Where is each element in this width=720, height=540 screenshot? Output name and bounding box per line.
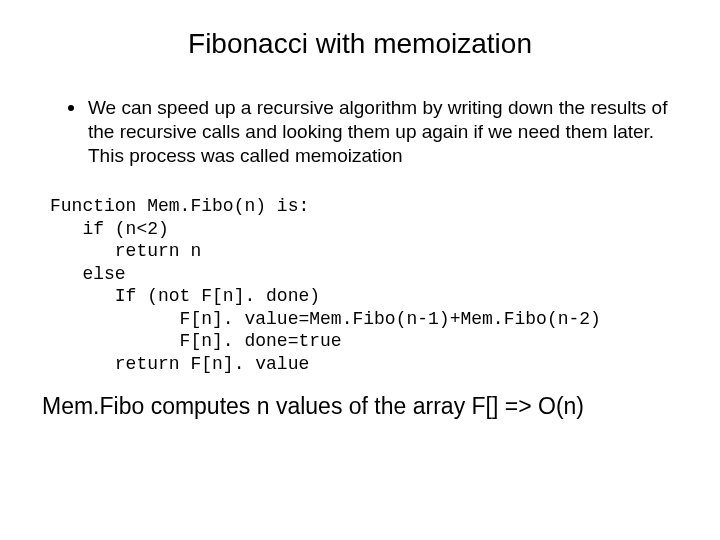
bullet-block: We can speed up a recursive algorithm by… — [68, 96, 670, 167]
code-line: else — [50, 264, 126, 284]
footer-text: Mem.Fibo computes n values of the array … — [42, 393, 680, 421]
code-line: return n — [50, 241, 201, 261]
slide: Fibonacci with memoization We can speed … — [0, 0, 720, 540]
code-block: Function Mem.Fibo(n) is: if (n<2) return… — [50, 195, 680, 375]
code-line: return F[n]. value — [50, 354, 309, 374]
code-line: F[n]. done=true — [50, 331, 342, 351]
bullet-item: We can speed up a recursive algorithm by… — [68, 96, 670, 167]
code-line: Function Mem.Fibo(n) is: — [50, 196, 309, 216]
code-line: if (n<2) — [50, 219, 169, 239]
bullet-text: We can speed up a recursive algorithm by… — [88, 96, 670, 167]
code-line: If (not F[n]. done) — [50, 286, 320, 306]
bullet-icon — [68, 105, 74, 111]
code-line: F[n]. value=Mem.Fibo(n-1)+Mem.Fibo(n-2) — [50, 309, 601, 329]
slide-title: Fibonacci with memoization — [40, 28, 680, 60]
